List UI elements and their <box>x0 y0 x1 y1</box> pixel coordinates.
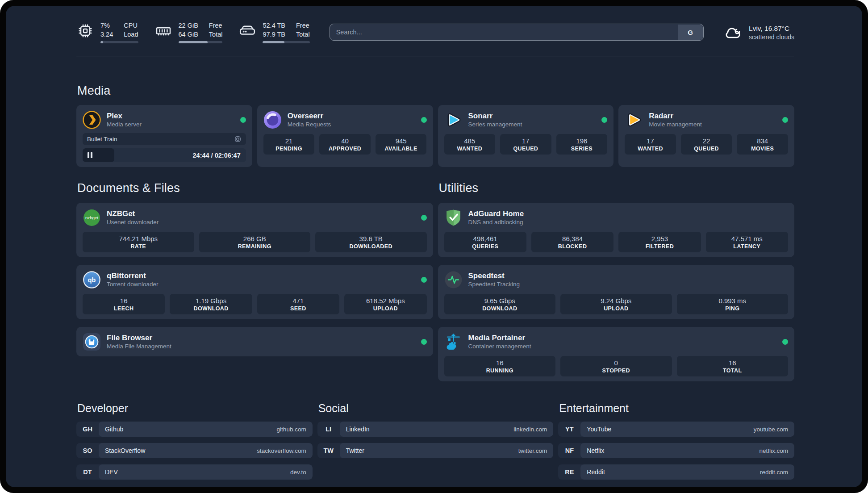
status-dot <box>421 339 427 345</box>
search-input[interactable] <box>330 24 704 41</box>
memory-progress-bar <box>179 41 223 43</box>
bookmark-dev[interactable]: DT DEV dev.to <box>76 464 313 480</box>
adguard-icon <box>444 209 463 227</box>
weather-widget[interactable]: Lviv, 16.87°C scattered clouds <box>723 22 794 42</box>
bookmark-github[interactable]: GH Github github.com <box>76 422 313 437</box>
cloud-icon <box>723 22 743 42</box>
top-bar: 7% 3.24 CPU Load <box>76 19 794 45</box>
section-entertainment: Entertainment YT YouTube youtube.com NF … <box>558 402 794 480</box>
bookmark-linkedin[interactable]: LI LinkedIn linkedin.com <box>317 422 554 437</box>
stat-pending: 21 PENDING <box>263 134 315 155</box>
bookmark-name: YouTube <box>587 426 611 433</box>
now-playing-row: Bullet Train <box>83 133 246 145</box>
utilities-section-title: Utilities <box>439 181 795 195</box>
bookmark-abbr: RE <box>558 464 580 480</box>
bookmark-name: StackOverflow <box>105 447 145 454</box>
app-name: AdGuard Home <box>468 209 524 218</box>
status-dot <box>601 117 607 123</box>
app-card-radarr[interactable]: Radarr Movie management 17 WANTED 22 QUE… <box>618 105 794 167</box>
search-bar: G <box>330 24 704 41</box>
social-section-title: Social <box>318 402 554 415</box>
disk-free-value: 52.4 TB <box>263 21 285 30</box>
app-card-speedtest[interactable]: Speedtest Speedtest Tracking 9.65 Gbps D… <box>438 265 795 319</box>
entertainment-section-title: Entertainment <box>559 402 794 415</box>
bookmark-netflix[interactable]: NF Netflix netflix.com <box>558 443 794 458</box>
status-dot <box>421 215 427 221</box>
app-name: Radarr <box>649 111 702 121</box>
section-developer: Developer GH Github github.com SO StackO… <box>76 402 313 480</box>
bookmark-url: linkedin.com <box>513 426 547 433</box>
developer-section-title: Developer <box>77 402 313 415</box>
app-description: Media server <box>107 121 142 129</box>
svg-text:nzbget: nzbget <box>85 215 98 220</box>
app-card-sonarr[interactable]: Sonarr Series management 485 WANTED 17 Q… <box>438 105 614 167</box>
bookmark-twitter[interactable]: TW Twitter twitter.com <box>317 443 554 458</box>
plex-icon <box>83 111 101 129</box>
status-dot <box>240 117 246 123</box>
player-progress-bar[interactable]: 24:44 / 02:06:47 <box>83 148 246 162</box>
overseerr-icon <box>263 111 282 129</box>
stat-upload: 9.24 Gbps UPLOAD <box>560 294 672 314</box>
app-card-qbittorrent[interactable]: qb qBittorrent Torrent downloader 16 LEE… <box>76 265 433 319</box>
section-social: Social LI LinkedIn linkedin.com TW Twitt… <box>317 402 554 458</box>
search-provider-button[interactable]: G <box>678 25 703 40</box>
radarr-icon <box>625 111 643 129</box>
stat-queries: 498,461 QUERIES <box>444 232 526 252</box>
bookmark-abbr: TW <box>317 443 340 458</box>
stat-leech: 16 LEECH <box>83 294 165 314</box>
app-description: Media File Management <box>107 343 171 351</box>
app-card-adguard[interactable]: AdGuard Home DNS and adblocking 498,461 … <box>438 203 795 257</box>
memory-total-label: Total <box>209 30 223 39</box>
bookmark-stackoverflow[interactable]: SO StackOverflow stackoverflow.com <box>76 443 313 458</box>
stat-remaining: 266 GB REMAINING <box>199 232 311 252</box>
app-name: Speedtest <box>468 271 520 280</box>
bookmark-url: twitter.com <box>518 447 547 454</box>
app-description: DNS and adblocking <box>468 218 524 226</box>
stat-wanted: 17 WANTED <box>625 134 676 155</box>
bookmark-youtube[interactable]: YT YouTube youtube.com <box>558 422 794 437</box>
pause-icon[interactable] <box>88 152 92 158</box>
memory-free-value: 22 GiB <box>179 21 198 30</box>
app-name: Plex <box>107 111 142 121</box>
cpu-load-value: 3.24 <box>100 30 113 39</box>
bookmark-name: Github <box>105 426 123 433</box>
app-name: Overseerr <box>288 111 331 121</box>
stat-stopped: 0 STOPPED <box>560 356 672 376</box>
stat-download: 1.19 Gbps DOWNLOAD <box>170 294 252 314</box>
stat-downloaded: 39.6 TB DOWNLOADED <box>315 232 427 252</box>
app-card-overseerr[interactable]: Overseerr Media Requests 21 PENDING 40 A… <box>257 105 433 167</box>
app-card-filebrowser[interactable]: File Browser Media File Management <box>76 327 433 356</box>
app-card-nzbget[interactable]: nzbget NZBGet Usenet downloader 744.21 M… <box>76 203 433 257</box>
app-name: NZBGet <box>107 209 159 218</box>
status-dot <box>421 117 427 123</box>
stat-movies: 834 MOVIES <box>737 134 788 155</box>
app-description: Torrent downloader <box>107 280 159 288</box>
bookmark-url: youtube.com <box>754 426 788 433</box>
qbittorrent-icon: qb <box>83 271 101 289</box>
bookmark-url: reddit.com <box>760 469 788 476</box>
stat-seed: 471 SEED <box>257 294 339 314</box>
app-description: Usenet downloader <box>107 218 159 226</box>
player-time: 24:44 / 02:06:47 <box>193 152 246 159</box>
section-utilities: Utilities AdGuard Home DNS and adbloc <box>438 181 795 381</box>
cpu-progress-bar <box>100 41 138 43</box>
disk-icon <box>238 22 256 40</box>
bookmark-abbr: YT <box>558 422 580 437</box>
weather-location-temp: Lviv, 16.87°C <box>749 24 794 33</box>
bookmark-name: Twitter <box>346 447 364 454</box>
memory-free-label: Free <box>209 21 223 30</box>
stat-blocked: 86,384 BLOCKED <box>531 232 613 252</box>
documents-section-title: Documents & Files <box>77 181 433 195</box>
app-card-portainer[interactable]: Media Portainer Container management 16 … <box>438 327 795 381</box>
bookmark-name: Netflix <box>587 447 604 454</box>
bookmark-reddit[interactable]: RE Reddit reddit.com <box>558 464 794 480</box>
bookmark-abbr: GH <box>76 422 99 437</box>
stat-wanted: 485 WANTED <box>444 134 496 155</box>
bookmark-abbr: SO <box>76 443 99 458</box>
bookmark-abbr: NF <box>558 443 580 458</box>
status-dot <box>782 339 788 345</box>
app-card-plex[interactable]: Plex Media server Bullet Train 24:44 / 0 <box>76 105 252 167</box>
media-view-icon <box>234 135 242 143</box>
portainer-icon <box>444 333 463 351</box>
bookmark-name: Reddit <box>587 468 605 476</box>
